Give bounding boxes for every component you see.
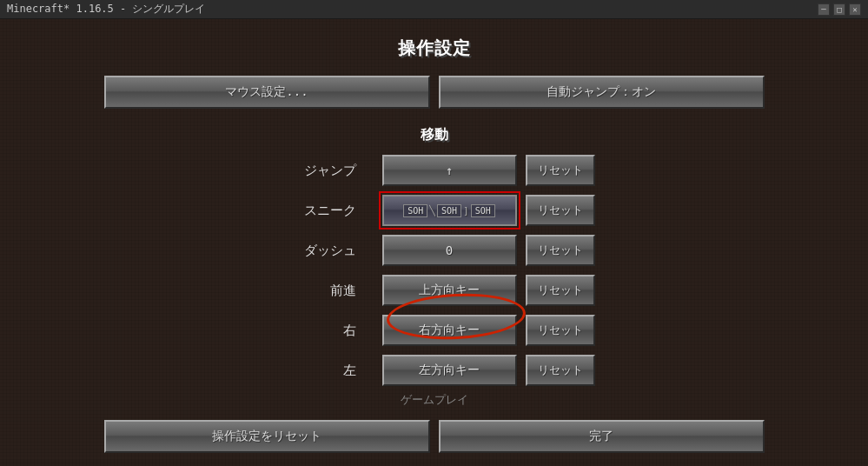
section-title-move: 移動	[421, 126, 448, 143]
keybind-reset-left[interactable]: リセット	[526, 355, 595, 386]
keybind-reset-right[interactable]: リセット	[526, 315, 595, 346]
keybind-label-jump: ジャンプ	[104, 163, 382, 179]
page-title: 操作設定	[398, 37, 471, 60]
table-row: ダッシュ 0 リセット	[104, 233, 761, 268]
keybind-reset-dash[interactable]: リセット	[526, 235, 595, 266]
keybind-key-forward[interactable]: 上方向キー	[382, 275, 517, 306]
titlebar: Minecraft* 1.16.5 - シングルプレイ ─ □ ✕	[0, 0, 868, 19]
keybind-key-sneak[interactable]: SOH ╲ SOH ] SOH	[382, 195, 517, 226]
keybind-label-forward: 前進	[104, 283, 382, 299]
keybind-key-dash[interactable]: 0	[382, 235, 517, 266]
reset-all-button[interactable]: 操作設定をリセット	[104, 420, 430, 453]
close-button[interactable]: ✕	[849, 3, 861, 16]
main-content: 操作設定 マウス設定... 自動ジャンプ：オン 移動 ジャンプ ↑ リセット ス…	[0, 19, 868, 466]
key-chip-2: SOH	[437, 204, 461, 217]
keybind-label-left: 左	[104, 363, 382, 379]
key-chip-1: SOH	[403, 204, 427, 217]
sneak-key-display: SOH ╲ SOH ] SOH	[403, 204, 494, 217]
table-row: 前進 上方向キー リセット	[104, 273, 761, 308]
keybind-label-dash: ダッシュ	[104, 243, 382, 259]
scroll-hint: ゲームプレイ	[104, 392, 765, 408]
key-separator-1: ╲	[429, 205, 435, 216]
mouse-settings-button[interactable]: マウス設定...	[104, 76, 430, 109]
keybind-scroll[interactable]: ジャンプ ↑ リセット スニーク SOH ╲ SOH ] SOH	[104, 153, 765, 389]
autojump-button[interactable]: 自動ジャンプ：オン	[439, 76, 765, 109]
table-row: 左 左方向キー リセット	[104, 353, 761, 388]
titlebar-controls: ─ □ ✕	[818, 3, 861, 16]
table-row: 右 右方向キー リセット	[104, 313, 761, 348]
keybind-reset-forward[interactable]: リセット	[526, 275, 595, 306]
keybind-label-sneak: スニーク	[104, 203, 382, 219]
keybind-reset-sneak[interactable]: リセット	[526, 195, 595, 226]
table-row: ジャンプ ↑ リセット	[104, 153, 761, 188]
bottom-buttons: 操作設定をリセット 完了	[104, 420, 765, 453]
keybind-key-jump[interactable]: ↑	[382, 155, 517, 186]
maximize-button[interactable]: □	[833, 3, 845, 16]
keybind-key-right[interactable]: 右方向キー	[382, 315, 517, 346]
keybind-reset-jump[interactable]: リセット	[526, 155, 595, 186]
key-chip-3: SOH	[471, 204, 495, 217]
table-row: スニーク SOH ╲ SOH ] SOH リセット	[104, 193, 761, 228]
keybind-label-right: 右	[104, 323, 382, 339]
top-buttons: マウス設定... 自動ジャンプ：オン	[104, 76, 765, 109]
titlebar-title: Minecraft* 1.16.5 - シングルプレイ	[7, 2, 206, 17]
key-separator-2: ]	[463, 205, 469, 216]
keybind-area: 移動 ジャンプ ↑ リセット スニーク SOH ╲ SOH ]	[104, 126, 765, 411]
keybind-key-left[interactable]: 左方向キー	[382, 355, 517, 386]
done-button[interactable]: 完了	[439, 420, 765, 453]
minimize-button[interactable]: ─	[818, 3, 830, 16]
